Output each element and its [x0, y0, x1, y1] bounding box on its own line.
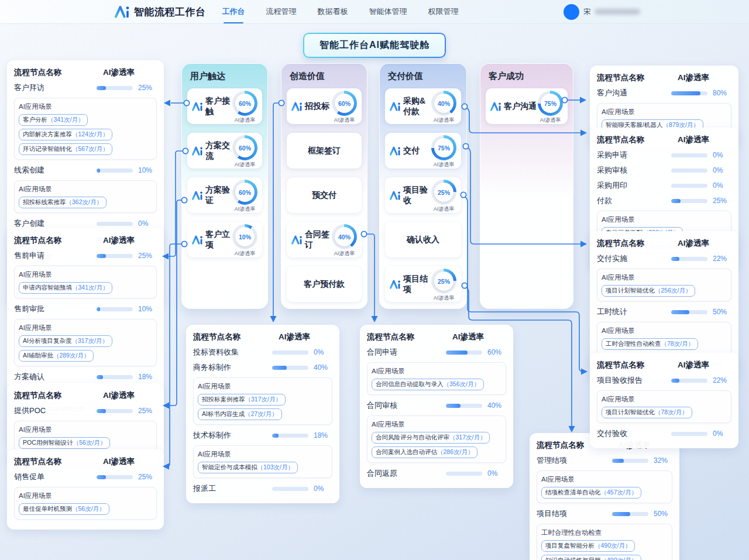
stage-column-cards: 采购&付款40%AI渗透率交付75%AI渗透率项目验收25%AI渗透率确认收入项…	[380, 88, 466, 302]
scenario-tag-metric: （124次/月）	[72, 130, 108, 138]
rate-value: 22%	[713, 255, 731, 263]
scenario-tags: 工时合理性自动检查（78次/月）	[602, 338, 727, 350]
rate-bar-fill	[97, 86, 106, 90]
process-card-交付[interactable]: 交付75%AI渗透率	[385, 133, 461, 169]
process-card-客户接触[interactable]: 客户接触60%AI渗透率	[187, 88, 262, 124]
stage-column-创造价值: 创造价值招投标60%AI渗透率框架签订预交付合同签订40%AI渗透率客户预付款	[281, 63, 367, 309]
scenario-tag[interactable]: AI辅助审批（289次/月）	[19, 350, 94, 362]
scenario-tag-name: 项目复盘智能分析	[545, 542, 595, 549]
scenario-tag[interactable]: POC用例智能设计（56次/月）	[19, 437, 110, 449]
nav-item-流程管理[interactable]: 流程管理	[265, 0, 298, 23]
donut-caption: AI渗透率	[434, 205, 455, 213]
process-node-row: 方案确认18%	[14, 372, 157, 382]
nav-item-工作台[interactable]: 工作台	[221, 0, 246, 23]
nav-item-数据看板[interactable]: 数据看板	[317, 0, 349, 23]
stage-column-title: 交付价值	[380, 64, 466, 88]
scenario-tag[interactable]: 结项检查清单自动化（457次/月）	[541, 487, 641, 499]
node-name: 线索创建	[14, 165, 97, 176]
page-title-banner: 智能工作台AI赋能驾驶舱	[303, 33, 446, 58]
process-card-客户预付款[interactable]: 客户预付款	[287, 266, 362, 302]
scenario-tag[interactable]: 工时合理性自动检查（78次/月）	[602, 338, 698, 350]
process-card-合同签订[interactable]: 合同签订40%AI渗透率	[287, 222, 362, 257]
node-name: 采购申请	[597, 150, 671, 160]
scenario-tag[interactable]: 客户分析（341次/月）	[19, 114, 88, 126]
process-card-方案验证[interactable]: 方案验证60%AI渗透率	[187, 177, 262, 213]
rate-bar	[612, 459, 648, 463]
rate-value: 40%	[314, 363, 332, 372]
scenario-tag[interactable]: AI分析项目复杂度（317次/月）	[19, 335, 112, 347]
nav-item-权限管理[interactable]: 权限管理	[427, 0, 460, 23]
stage-column-客户成功: 客户成功客户沟通75%AI渗透率	[480, 63, 573, 309]
rate-value: 0%	[314, 348, 332, 356]
scenario-tag[interactable]: 合同信息自动提取与录入（356次/月）	[372, 379, 484, 390]
process-card-方案交流[interactable]: 方案交流60%AI渗透率	[187, 133, 262, 169]
scenario-tag[interactable]: 招投标线索推荐（362次/月）	[19, 197, 106, 208]
detail-panel-B3: 流程节点名称AI渗透率管理结项32%AI应用场景结项检查清单自动化（457次/月…	[530, 433, 679, 560]
process-node-row: 售前审批10%	[14, 304, 157, 314]
scenario-tag-metric: （490次/月）	[595, 542, 631, 549]
process-card-预交付[interactable]: 预交付	[287, 177, 362, 213]
avatar[interactable]	[564, 4, 579, 20]
rate-bar	[97, 254, 133, 258]
ai-scenario-label: AI应用场景	[19, 492, 152, 500]
rate-value: 0%	[713, 430, 731, 438]
user-name: 宋	[583, 7, 590, 17]
scenario-tag[interactable]: 项目计划智能优化（256次/月）	[602, 285, 695, 297]
process-card-name: 交付	[390, 146, 420, 156]
brand: 智能流程工作台	[115, 5, 206, 19]
ai-scenario-label: AI应用场景	[198, 382, 328, 391]
scenario-tag[interactable]: 项目复盘智能分析（490次/月）	[541, 540, 635, 552]
process-card-name: 客户接触	[192, 96, 232, 117]
panel-header: 流程节点名称AI渗透率	[597, 135, 731, 145]
scenario-tag[interactable]: AI标书内容生成（27次/月）	[198, 408, 282, 420]
donut-caption: AI渗透率	[235, 161, 256, 169]
nav-item-智能体管理[interactable]: 智能体管理	[368, 0, 408, 23]
scenario-tag[interactable]: 智能定价与成本模拟（103次/月）	[198, 462, 298, 473]
penetration-gauge: 25%AI渗透率	[431, 266, 456, 302]
node-name: 项目结项	[537, 509, 612, 519]
node-name: 方案确认	[14, 372, 97, 382]
node-name: 采购审核	[597, 165, 671, 176]
scenario-tag-name: 合同信息自动提取与录入	[376, 380, 444, 387]
rate-bar-fill	[97, 375, 103, 379]
scenario-tag[interactable]: 合同案例入选自动评估（286次/月）	[372, 446, 477, 458]
rate-bar-fill	[272, 366, 287, 370]
app-title: 智能流程工作台	[134, 5, 206, 19]
scenario-tag[interactable]: 申请内容智能预填（341次/月）	[19, 282, 112, 294]
scenario-tag[interactable]: 拜访记录智能转化（567次/月）	[19, 143, 112, 155]
process-card-客户立项[interactable]: 客户立项10%AI渗透率	[187, 222, 262, 257]
ai-scenario-label: AI应用场景	[602, 108, 727, 116]
process-node-row: 合同申请60%	[367, 347, 506, 358]
process-card-招投标[interactable]: 招投标60%AI渗透率	[287, 88, 362, 124]
donut-caption: AI渗透率	[434, 161, 455, 169]
rate-bar	[671, 184, 707, 188]
rate-bar-fill	[97, 409, 106, 413]
process-card-项目验收[interactable]: 项目验收25%AI渗透率	[385, 177, 461, 213]
ai-scenario-box: AI应用场景AI分析项目复杂度（317次/月）AI辅助审批（289次/月）	[14, 319, 157, 366]
process-node-row: 销售促单25%	[14, 472, 157, 482]
scenario-tag-name: 招投标案例推荐	[202, 396, 245, 403]
process-card-客户沟通[interactable]: 客户沟通75%AI渗透率	[486, 88, 568, 124]
process-card-框架签订[interactable]: 框架签订	[287, 133, 362, 169]
node-name: 采购用印	[597, 180, 671, 191]
node-name: 提供POC	[14, 406, 97, 416]
ai-scenario-box: AI应用场景项目计划智能优化（78次/月）	[597, 390, 731, 423]
process-card-name: 客户立项	[192, 229, 232, 250]
scenario-tag[interactable]: 内部解决方案推荐（124次/月）	[19, 129, 112, 140]
penetration-gauge: 60%AI渗透率	[232, 177, 257, 213]
process-card-项目结项[interactable]: 项目结项25%AI渗透率	[385, 266, 461, 302]
scenario-tag[interactable]: 项目计划智能优化（78次/月）	[602, 407, 692, 418]
user-area[interactable]: 宋	[564, 4, 640, 20]
scenario-tags: AI分析项目复杂度（317次/月）AI辅助审批（289次/月）	[19, 335, 152, 362]
scenario-tag[interactable]: 合同风险评分与自动化评审（317次/月）	[372, 432, 490, 444]
scenario-tag[interactable]: 知识自动提炼与归档（490次/月）	[541, 555, 641, 560]
scenario-tag[interactable]: 最佳促单时机预测（56次/月）	[19, 503, 109, 515]
app-header: 智能流程工作台 工作台流程管理数据看板智能体管理权限管理 宋	[0, 0, 749, 24]
scenario-tag-metric: （27次/月）	[245, 410, 278, 417]
scenario-tag[interactable]: 招投标案例推荐（317次/月）	[198, 394, 286, 406]
rate-bar-fill	[97, 254, 106, 258]
process-card-采购&付款[interactable]: 采购&付款40%AI渗透率	[385, 88, 461, 124]
ai-scenario-label: AI应用场景	[602, 395, 727, 404]
panel-header: 流程节点名称AI渗透率	[597, 360, 731, 370]
process-card-确认收入[interactable]: 确认收入	[385, 222, 461, 257]
